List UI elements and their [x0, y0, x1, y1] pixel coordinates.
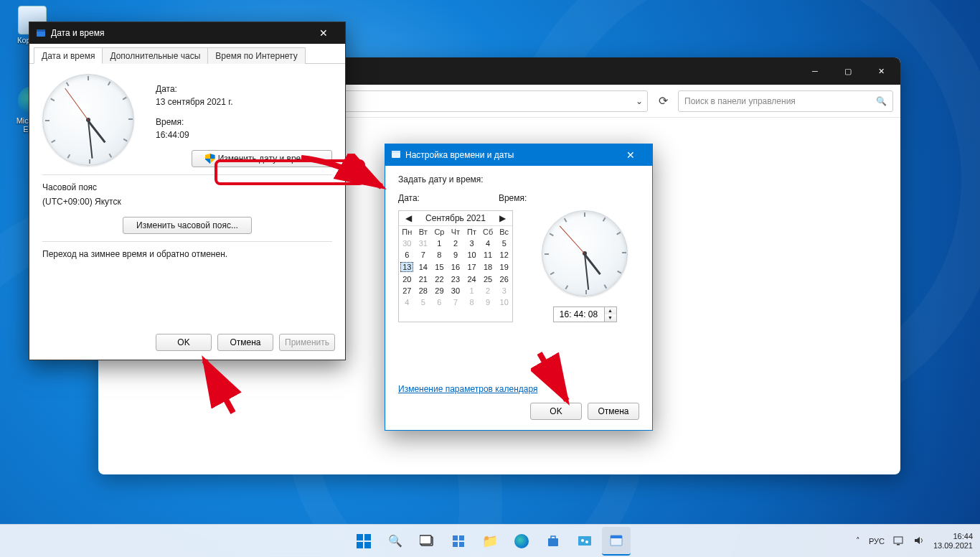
tab-additional-clocks[interactable]: Дополнительные часы [102, 47, 208, 64]
calendar-day[interactable]: 13 [399, 261, 415, 273]
calendar-day[interactable]: 4 [399, 296, 415, 308]
widgets-button[interactable] [444, 527, 473, 556]
calendar-day[interactable]: 24 [463, 273, 480, 285]
tray-chevron-icon[interactable]: ˄ [856, 536, 860, 546]
change-timezone-button[interactable]: Изменить часовой пояс... [123, 217, 252, 234]
svg-rect-19 [611, 535, 622, 538]
close-button[interactable]: ✕ [615, 145, 646, 165]
language-indicator[interactable]: РУС [869, 537, 885, 546]
calendar-day[interactable]: 1 [431, 238, 448, 249]
svg-rect-14 [548, 538, 558, 546]
svg-rect-9 [420, 535, 431, 544]
calendar-day[interactable]: 28 [415, 285, 432, 296]
edge-taskbar-button[interactable] [507, 527, 536, 556]
calendar-day[interactable]: 9 [448, 249, 464, 261]
tab-internet-time[interactable]: Время по Интернету [207, 47, 305, 64]
calendar-day[interactable]: 23 [448, 273, 464, 285]
svg-rect-10 [453, 535, 458, 540]
calendar-day[interactable]: 16 [448, 261, 464, 273]
calendar-day[interactable]: 11 [480, 249, 496, 261]
calendar-next-button[interactable]: ▶ [498, 213, 508, 223]
calendar-day[interactable]: 31 [415, 238, 432, 249]
calendar-day[interactable]: 6 [399, 249, 415, 261]
taskbar-center: 🔍 📁 [349, 527, 631, 556]
dt-titlebar[interactable]: Дата и время ✕ [29, 22, 345, 44]
calendar-day[interactable]: 10 [463, 249, 480, 261]
tab-date-time[interactable]: Дата и время [34, 47, 103, 64]
svg-point-16 [581, 539, 584, 542]
calendar-day[interactable]: 7 [448, 296, 464, 308]
cp-search-input[interactable]: Поиск в панели управления 🔍 [678, 90, 893, 112]
calendar-day[interactable]: 2 [480, 285, 496, 296]
calendar-day[interactable]: 25 [480, 273, 496, 285]
calendar-day[interactable]: 12 [496, 249, 512, 261]
calendar-day[interactable]: 21 [415, 273, 432, 285]
search-taskbar-button[interactable]: 🔍 [381, 527, 410, 556]
svg-rect-12 [453, 542, 458, 547]
volume-icon[interactable] [913, 535, 925, 547]
spin-up-button[interactable]: ▲ [605, 307, 616, 314]
calendar-day[interactable]: 8 [431, 249, 448, 261]
calendar-day[interactable]: 20 [399, 273, 415, 285]
cancel-button[interactable]: Отмена [588, 403, 639, 420]
calendar-day[interactable]: 22 [431, 273, 448, 285]
chevron-down-icon[interactable]: ⌄ [636, 96, 643, 106]
calendar-day[interactable]: 14 [415, 261, 432, 273]
time-value: 16:44:09 [156, 130, 332, 140]
network-icon[interactable] [893, 535, 905, 547]
task-view-button[interactable] [413, 527, 441, 556]
taskbar-clock[interactable]: 16:44 13.09.2021 [933, 532, 973, 551]
explorer-taskbar-button[interactable]: 📁 [476, 527, 504, 556]
search-icon: 🔍 [876, 96, 887, 106]
spin-down-button[interactable]: ▼ [605, 314, 616, 322]
time-spinner[interactable]: ▲ ▼ [553, 306, 617, 322]
calendar-day[interactable]: 30 [448, 285, 464, 296]
refresh-button[interactable]: ⟳ [652, 90, 674, 112]
svg-rect-21 [897, 544, 900, 546]
calendar-settings-link[interactable]: Изменение параметров календаря [398, 384, 538, 394]
calendar-grid[interactable]: ПнВтСрЧтПтСбВс30311234567891011121314151… [399, 226, 512, 308]
ok-button[interactable]: OK [530, 403, 582, 420]
calendar-day[interactable]: 30 [399, 238, 415, 249]
set-titlebar[interactable]: Настройка времени и даты ✕ [385, 144, 652, 166]
control-panel-taskbar-button[interactable] [570, 527, 599, 556]
calendar-day[interactable]: 5 [415, 296, 432, 308]
calendar-day[interactable]: 15 [431, 261, 448, 273]
close-button[interactable]: ✕ [308, 23, 339, 43]
calendar-day[interactable]: 5 [496, 238, 512, 249]
calendar-day[interactable]: 17 [463, 261, 480, 273]
minimize-button[interactable]: ─ [798, 60, 831, 83]
calendar-day[interactable]: 27 [399, 285, 415, 296]
ok-button[interactable]: OK [156, 334, 212, 351]
calendar-day[interactable]: 7 [415, 249, 432, 261]
datetime-taskbar-button[interactable] [602, 527, 631, 556]
calendar-day[interactable]: 3 [496, 285, 512, 296]
calendar-day[interactable]: 19 [496, 261, 512, 273]
change-date-time-button[interactable]: Изменить дату и время... [192, 150, 332, 167]
start-button[interactable] [349, 527, 378, 556]
close-button[interactable]: ✕ [864, 60, 897, 83]
analog-clock [542, 210, 628, 296]
calendar-day[interactable]: 2 [448, 238, 464, 249]
calendar-day[interactable]: 4 [480, 238, 496, 249]
calendar-day[interactable]: 29 [431, 285, 448, 296]
calendar-day[interactable]: 26 [496, 273, 512, 285]
edge-icon [514, 534, 529, 548]
calendar-day[interactable]: 10 [496, 296, 512, 308]
calendar-day[interactable]: 8 [463, 296, 480, 308]
calendar-day[interactable]: 1 [463, 285, 480, 296]
task-view-icon [420, 534, 434, 548]
datetime-app-icon [608, 533, 624, 548]
date-label: Дата: [398, 193, 420, 203]
store-taskbar-button[interactable] [539, 527, 567, 556]
time-input[interactable] [554, 307, 604, 322]
cancel-button[interactable]: Отмена [217, 334, 273, 351]
calendar-day[interactable]: 3 [463, 238, 480, 249]
calendar-day[interactable]: 9 [480, 296, 496, 308]
calendar-day[interactable]: 18 [480, 261, 496, 273]
apply-button[interactable]: Применить [279, 334, 335, 351]
calendar-month-title[interactable]: Сентябрь 2021 [425, 213, 486, 223]
calendar-prev-button[interactable]: ◀ [403, 213, 413, 223]
calendar-day[interactable]: 6 [431, 296, 448, 308]
maximize-button[interactable]: ▢ [831, 60, 864, 83]
